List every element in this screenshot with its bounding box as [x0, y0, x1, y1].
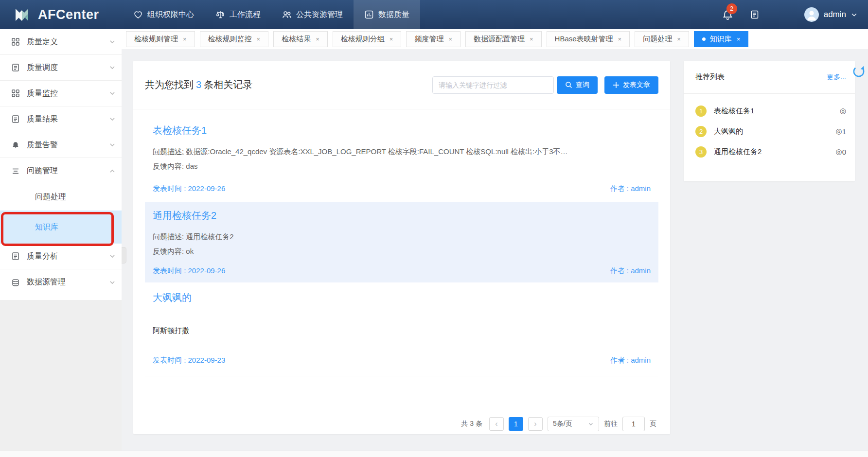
sidebar-item-issue-management[interactable]: 问题管理 [0, 158, 122, 184]
navbar-right: 2 admin [722, 7, 868, 22]
query-button[interactable]: 查询 [557, 76, 598, 94]
tab-frequency-management[interactable]: 频度管理× [406, 31, 461, 47]
tab-check-rule-management[interactable]: 检核规则管理× [126, 31, 195, 47]
scale-icon [215, 10, 225, 19]
current-page-button[interactable]: 1 [509, 417, 523, 431]
sidebar-item-knowledge-base[interactable]: 知识库 [0, 211, 122, 244]
tab-label: 知识库 [710, 35, 732, 44]
view-count: ◎ [840, 106, 846, 115]
tab-hbase-mapping[interactable]: HBase表映射管理× [547, 31, 630, 47]
active-dot-icon [702, 37, 706, 41]
sidebar-item-label: 质量告警 [27, 140, 58, 150]
article-feedback: 反馈内容: ok [153, 244, 651, 259]
more-link[interactable]: 更多... [827, 73, 846, 82]
close-icon[interactable]: × [448, 36, 452, 42]
feedback-label: 反馈内容: [153, 162, 184, 170]
sidebar-item-quality-result[interactable]: 质量结果 [0, 106, 122, 132]
sidebar-item-datasource-management[interactable]: 数据源管理 [0, 269, 122, 295]
sidebar-item-label: 质量结果 [27, 114, 58, 124]
tab-datasource-config[interactable]: 数据源配置管理× [465, 31, 542, 47]
article-title-link[interactable]: 大飒飒的 [153, 291, 192, 304]
article-title-link[interactable]: 表检核任务1 [153, 124, 207, 137]
tab-strip: 检核规则管理× 检核规则监控× 检核结果× 检核规则分组× 频度管理× 数据源配… [122, 29, 868, 49]
chevron-down-icon [109, 279, 116, 286]
article-item-highlighted[interactable]: 通用检核任务2 问题描述: 通用检核任务2 反馈内容: ok 发表时间 : 20… [145, 202, 658, 282]
nav-item-public-resource[interactable]: 公共资源管理 [271, 0, 354, 29]
publish-article-button[interactable]: 发表文章 [604, 76, 658, 94]
summary-suffix: 条相关记录 [204, 79, 252, 90]
close-icon[interactable]: × [737, 36, 741, 42]
goto-page-input[interactable] [622, 417, 645, 431]
search-input[interactable] [432, 76, 554, 94]
article-footer: 发表时间 : 2022-09-26 作者 : admin [153, 266, 651, 276]
close-icon[interactable]: × [183, 36, 187, 42]
document-icon[interactable] [750, 10, 760, 19]
nav-item-org-permission-center[interactable]: 组织权限中心 [123, 0, 205, 29]
article-body: 阿斯顿打撒 [153, 326, 651, 335]
recommend-item-title: 表检核任务1 [714, 106, 754, 116]
page-size-select[interactable]: 5条/页 [548, 417, 599, 431]
close-icon[interactable]: × [677, 36, 681, 42]
user-menu[interactable]: admin [804, 7, 857, 22]
sidebar-subitem-label: 问题处理 [35, 192, 66, 202]
eye-icon: ◎ [836, 147, 842, 156]
sidebar-menu: 质量定义 质量调度 质量监控 质量结果 质量告警 问题管理 [0, 29, 122, 300]
doc-icon [11, 252, 20, 261]
sidebar-collapse-handle[interactable] [122, 247, 126, 264]
sidebar-item-quality-definition[interactable]: 质量定义 [0, 29, 122, 55]
publish-date: 发表时间 : 2022-09-23 [153, 356, 225, 365]
nav-item-data-quality[interactable]: 数据质量 [354, 0, 420, 29]
chevron-down-icon [109, 116, 116, 123]
top-nav-menu: 组织权限中心 工作流程 公共资源管理 数据质量 [123, 0, 420, 29]
recommend-item-title: 大飒飒的 [714, 127, 743, 136]
tab-check-rule-monitor[interactable]: 检核规则监控× [200, 31, 269, 47]
tab-check-rule-group[interactable]: 检核规则分组× [333, 31, 402, 47]
list-item[interactable]: 2 大飒飒的 ◎1 [695, 121, 846, 141]
summary-prefix: 共为您找到 [145, 79, 194, 90]
bar-chart-icon [364, 10, 374, 19]
close-icon[interactable]: × [257, 36, 261, 42]
chevron-down-icon [588, 421, 594, 427]
close-icon[interactable]: × [618, 36, 622, 42]
chevron-down-icon [109, 38, 116, 45]
horizontal-scrollbar[interactable] [0, 451, 868, 457]
description-label: 问题描述: [153, 232, 184, 241]
view-count: ◎1 [836, 127, 846, 136]
feedback-label: 反馈内容: [153, 247, 184, 255]
notifications-button[interactable]: 2 [722, 9, 733, 20]
tab-knowledge-base[interactable]: 知识库× [694, 31, 749, 47]
nav-item-label: 数据质量 [378, 10, 409, 20]
article-item[interactable]: 表检核任务1 问题描述: 数据源:Oracle_42_qcdev 资源表名:XX… [145, 109, 658, 202]
prev-page-button[interactable]: ‹ [489, 417, 504, 431]
tab-label: 频度管理 [414, 35, 443, 44]
list-item[interactable]: 3 通用检核任务2 ◎0 [695, 141, 846, 162]
list-item[interactable]: 1 表检核任务1 ◎ [695, 101, 846, 121]
sidebar-item-quality-schedule[interactable]: 质量调度 [0, 55, 122, 81]
publish-button-label: 发表文章 [623, 81, 650, 89]
feedback-value: ok [186, 247, 194, 255]
chevron-down-icon [109, 64, 116, 71]
tab-issue-handling[interactable]: 问题处理× [635, 31, 689, 47]
close-icon[interactable]: × [316, 36, 319, 42]
nav-item-workflow[interactable]: 工作流程 [205, 0, 271, 29]
result-summary: 共为您找到3条相关记录 [145, 78, 252, 91]
sidebar-item-quality-alert[interactable]: 质量告警 [0, 132, 122, 158]
refresh-icon[interactable] [851, 64, 867, 79]
pagination: 共 3 条 ‹ 1 › 5条/页 前往 页 [145, 413, 658, 434]
sidebar-item-quality-monitor[interactable]: 质量监控 [0, 81, 122, 106]
page-size-value: 5条/页 [553, 420, 572, 428]
article-item[interactable]: 大飒飒的 阿斯顿打撒 发表时间 : 2022-09-23 作者 : admin [145, 282, 658, 376]
sidebar-item-issue-handling[interactable]: 问题处理 [0, 184, 122, 211]
sidebar-item-quality-analysis[interactable]: 质量分析 [0, 244, 122, 269]
tab-check-result[interactable]: 检核结果× [273, 31, 328, 47]
result-header: 共为您找到3条相关记录 查询 发表文章 [133, 61, 670, 109]
sidebar-subitem-label: 知识库 [35, 222, 58, 232]
recommend-title: 推荐列表 [695, 72, 725, 82]
next-page-button[interactable]: › [528, 417, 543, 431]
grid-icon [11, 37, 20, 46]
goto-label: 前往 [604, 420, 618, 428]
list-icon [11, 167, 20, 176]
close-icon[interactable]: × [530, 36, 533, 42]
close-icon[interactable]: × [390, 36, 393, 42]
article-title-link[interactable]: 通用检核任务2 [153, 209, 216, 222]
